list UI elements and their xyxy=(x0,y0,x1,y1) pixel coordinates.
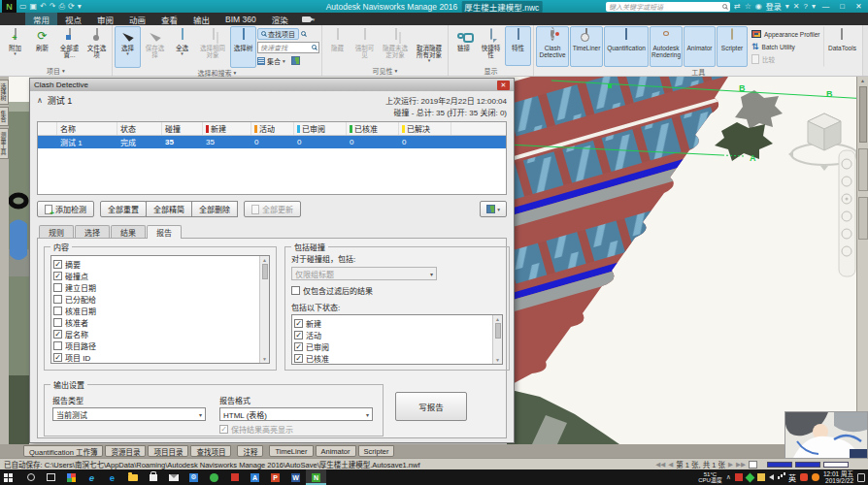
tab-view[interactable]: 查看 xyxy=(153,13,185,25)
red-app-icon[interactable] xyxy=(224,469,245,485)
tray-green-icon[interactable] xyxy=(745,472,754,482)
refresh-button[interactable]: ⟳刷新 xyxy=(29,26,55,66)
list-item[interactable]: ✓摘要 xyxy=(53,258,257,270)
open-icon[interactable]: ▭ xyxy=(19,3,27,11)
contents-listbox[interactable]: ✓摘要 ✓碰撞点 建立日期 已分配给 核准日期 核准者 ✓层名称 项目路径 ✓项… xyxy=(50,255,270,364)
dock-tab-sets[interactable]: 集合 xyxy=(0,107,9,126)
dock-tab-comments[interactable]: 注释 xyxy=(237,445,263,457)
ie-icon[interactable]: e xyxy=(82,469,102,485)
store-icon[interactable] xyxy=(143,469,163,485)
reset-all-tests-button[interactable]: 全部重置 xyxy=(100,201,147,217)
quantification-button[interactable]: Quantification xyxy=(604,26,649,67)
start-button[interactable] xyxy=(0,469,20,485)
list-item[interactable]: 项目路径 xyxy=(53,340,257,351)
help-icon[interactable]: ? xyxy=(804,3,808,11)
quick-find-input[interactable]: 快速查找 xyxy=(257,42,319,53)
navisworks-taskbar-icon[interactable]: N xyxy=(306,469,326,485)
scroll-up-icon[interactable]: ▲ xyxy=(860,78,865,84)
timeliner-button[interactable]: TimeLiner xyxy=(570,26,603,67)
volume-icon[interactable] xyxy=(769,474,774,480)
dock-tab-item-catalog[interactable]: 项目目录 xyxy=(148,445,188,457)
col-reviewed[interactable]: 已审阅 xyxy=(294,122,347,135)
import-export-button[interactable]: ▾ xyxy=(480,201,507,217)
exchange-apps-icon[interactable]: ✕ xyxy=(793,3,800,11)
write-report-button[interactable]: 写报告 xyxy=(395,392,467,421)
desktop-pet-widget[interactable] xyxy=(785,411,868,459)
statuses-scrollbar[interactable]: ▲▼ xyxy=(492,315,502,364)
group-include-select[interactable]: 仅限组标题▾ xyxy=(291,267,437,280)
sheet-browser-icon[interactable] xyxy=(749,461,757,469)
tab-results[interactable]: 结果 xyxy=(111,225,146,238)
unhide-all-button[interactable]: 取消隐藏所有对象▾ xyxy=(413,26,446,66)
list-item[interactable]: 已分配给 xyxy=(53,293,257,305)
settings-app-icon[interactable]: ⚙ xyxy=(184,469,204,485)
tab-output[interactable]: 输出 xyxy=(185,13,217,25)
dock-tab-resource[interactable]: 资源目录 xyxy=(105,445,146,457)
refresh-icon[interactable]: ⟳ xyxy=(68,3,75,11)
links-button[interactable]: 链接 xyxy=(451,26,477,66)
require-button[interactable]: 强制可见 xyxy=(351,26,378,66)
quick-properties-button[interactable]: 快捷特性 xyxy=(478,26,504,66)
quick-find-icon[interactable] xyxy=(301,31,306,36)
tab-animation[interactable]: 动画 xyxy=(121,13,153,25)
contents-scrollbar[interactable]: ▲▼ xyxy=(259,256,269,363)
first-sheet-icon[interactable]: ◀◀ xyxy=(655,461,665,469)
next-sheet-icon[interactable]: ▶ xyxy=(728,461,733,469)
tab-bim360[interactable]: BIM 360 xyxy=(217,13,264,25)
help-dropdown-icon[interactable]: ▾ xyxy=(812,3,816,11)
find-items-button[interactable]: 查找项目 xyxy=(257,28,299,40)
star-icon[interactable]: ☆ xyxy=(745,3,751,11)
qat-dropdown-icon[interactable]: ▾ xyxy=(78,3,82,11)
list-item[interactable]: 建立日期 xyxy=(53,281,257,293)
col-active[interactable]: 活动 xyxy=(251,122,294,135)
group-label-visibility[interactable]: 可见性 xyxy=(373,66,393,76)
appearance-profiler-button[interactable]: Appearance Profiler xyxy=(751,28,819,40)
clock[interactable]: 12:01 周五2019/2/22 xyxy=(823,470,853,484)
help-search-input[interactable]: 键入关键字或短语 xyxy=(606,2,730,12)
select-all-button[interactable]: 全选▾ xyxy=(169,26,195,68)
update-all-button[interactable]: 全部更新 xyxy=(244,201,301,217)
list-item[interactable]: ✓层名称 xyxy=(53,328,257,340)
list-item[interactable]: ✓已审阅 xyxy=(294,340,490,352)
delete-all-button[interactable]: 全部删除 xyxy=(191,201,238,217)
group-label-project[interactable]: 项目 xyxy=(47,66,60,76)
select-same-button[interactable]: 选择相同对象 xyxy=(196,26,229,68)
exchange-icon[interactable]: ⇄ xyxy=(734,3,741,11)
network-icon[interactable] xyxy=(778,476,780,479)
tray-red-icon[interactable] xyxy=(735,473,743,481)
list-item[interactable]: 核准者 xyxy=(53,316,257,328)
tray-input-icon[interactable] xyxy=(800,473,808,481)
redo-icon[interactable]: ↷ xyxy=(50,3,56,11)
edge-icon[interactable]: e xyxy=(102,469,122,485)
compare-button[interactable]: 比较 xyxy=(751,53,819,65)
record-icon[interactable]: ▾ xyxy=(296,13,321,25)
file-options-button[interactable]: 文件选项 xyxy=(83,26,110,66)
file-explorer-icon[interactable] xyxy=(122,469,143,485)
tab-render[interactable]: 渲染 xyxy=(264,13,296,25)
hide-unselected-button[interactable]: 隐藏未选定对象 xyxy=(379,26,412,66)
list-item[interactable]: ✓已解决 xyxy=(294,364,490,365)
hide-button[interactable]: 隐藏 xyxy=(324,26,351,66)
clash-detective-button[interactable]: Clash Detective xyxy=(536,26,569,67)
prev-sheet-icon[interactable]: ◀ xyxy=(668,461,673,469)
tray-browser-icon[interactable] xyxy=(812,473,819,481)
collapsed-panel-tab[interactable] xyxy=(858,197,868,240)
dock-tab-animator[interactable]: Animator xyxy=(316,445,356,457)
tab-report[interactable]: 报告 xyxy=(147,225,182,239)
select-button[interactable]: 选择▾ xyxy=(115,26,141,68)
sets-manage-icon[interactable] xyxy=(291,56,300,65)
statuses-listbox[interactable]: ✓新建 ✓活动 ✓已审阅 ✓已核准 ✓已解决 ▲▼ xyxy=(291,314,503,365)
panel-title-bar[interactable]: Clash Detective ✕ xyxy=(30,79,514,91)
signin-dropdown-icon[interactable]: ▾ xyxy=(785,3,789,11)
compact-all-button[interactable]: 全部精简 xyxy=(146,201,192,217)
save-selection-button[interactable]: 保存选择 xyxy=(142,26,168,68)
dock-tab-quantification[interactable]: Quantification 工作簿 xyxy=(23,445,103,457)
batch-utility-button[interactable]: ⇅Batch Utility xyxy=(751,41,819,52)
properties-button[interactable]: 特性 xyxy=(505,26,531,66)
col-clashes[interactable]: 碰撞 xyxy=(162,122,203,135)
list-item[interactable]: ✓已核准 xyxy=(294,352,490,364)
dock-tab-timeliner[interactable]: TimeLiner xyxy=(269,445,313,457)
col-approved[interactable]: 已核准 xyxy=(347,122,399,135)
scripter-button[interactable]: Scripter xyxy=(717,26,748,67)
powerpoint-icon[interactable]: P xyxy=(265,469,285,485)
